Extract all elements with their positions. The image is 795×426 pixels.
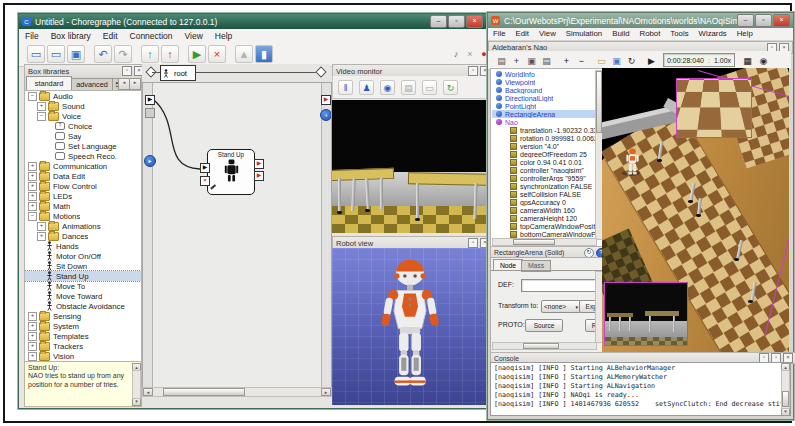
- open-file-icon[interactable]: ▭: [47, 45, 65, 63]
- copy-icon[interactable]: ▣: [524, 53, 539, 68]
- tree-item-math[interactable]: +Math: [25, 201, 141, 211]
- scene-node-color[interactable]: color 0.94 0.41 0.01: [492, 158, 595, 166]
- warning-icon[interactable]: ▲: [235, 45, 253, 63]
- new-file-icon[interactable]: ▭: [27, 45, 45, 63]
- collapse-icon[interactable]: −: [28, 212, 37, 221]
- menu-wizards[interactable]: Wizards: [694, 28, 732, 40]
- standup-input-port[interactable]: ▶: [200, 163, 210, 173]
- menu-file[interactable]: File: [19, 30, 45, 42]
- scene-node-selfcollision[interactable]: selfCollision FALSE: [492, 190, 595, 198]
- menu-help[interactable]: Help: [209, 30, 238, 42]
- menu-edit[interactable]: Edit: [511, 28, 534, 40]
- expand-icon[interactable]: +: [28, 172, 37, 181]
- transform-to-select[interactable]: <none> ▾: [541, 300, 581, 313]
- collapse-icon[interactable]: −: [28, 92, 37, 101]
- scene-node-rectanglearena[interactable]: RectangleArena: [492, 110, 595, 118]
- canvas-input-port-2[interactable]: [145, 108, 155, 118]
- scene-node-topcamerawindowposition[interactable]: topCameraWindowPosition: [492, 222, 595, 230]
- scene-node-worldinfo[interactable]: WorldInfo: [492, 70, 595, 78]
- tree-item-sound[interactable]: +Sound: [25, 101, 141, 111]
- choregraphe-titlebar[interactable]: C Untitled - Choregraphe (Connected to 1…: [19, 14, 486, 29]
- revert-icon[interactable]: ↻: [624, 53, 639, 68]
- tree-item-templates[interactable]: +Templates: [25, 331, 141, 341]
- snapshot-icon[interactable]: ▤: [401, 80, 416, 95]
- step-icon[interactable]: ▶: [644, 53, 659, 68]
- tree-item-leds[interactable]: +LEDs: [25, 191, 141, 201]
- menu-connection[interactable]: Connection: [124, 30, 179, 42]
- scene-node-pointlight[interactable]: PointLight: [492, 102, 595, 110]
- menu-file[interactable]: File: [488, 28, 511, 40]
- menu-box-library[interactable]: Box library: [45, 30, 97, 42]
- tree-item-obstacle-avoidance[interactable]: Obstacle Avoidance: [25, 301, 141, 311]
- save-world-icon[interactable]: ▣: [609, 53, 624, 68]
- tree-item-sensing[interactable]: +Sensing: [25, 311, 141, 321]
- webots-3d-view[interactable]: [602, 68, 789, 352]
- expand-icon[interactable]: +: [28, 352, 37, 361]
- nao-robot-in-scene[interactable]: [624, 148, 641, 180]
- scene-node-synchronization[interactable]: synchronization FALSE: [492, 182, 595, 190]
- scene-tree-hscrollbar[interactable]: [492, 238, 597, 246]
- movie-icon[interactable]: ▦: [740, 53, 755, 68]
- stop-icon[interactable]: ×: [208, 45, 226, 63]
- tree-item-speech-reco[interactable]: Speech Reco.: [25, 151, 141, 161]
- menu-help[interactable]: Help: [732, 28, 758, 40]
- tree-item-communication[interactable]: +Communication: [25, 161, 141, 171]
- scene-node-controller[interactable]: controller "naoqisim": [492, 166, 595, 174]
- walk-monitor-icon[interactable]: ♟: [359, 80, 374, 95]
- tree-item-move-toward[interactable]: Move Toward: [25, 291, 141, 301]
- menu-robot[interactable]: Robot: [635, 28, 666, 40]
- description-scrollbar[interactable]: [132, 370, 141, 399]
- tree-item-stand-up[interactable]: Stand Up: [25, 271, 141, 281]
- standup-output-port-1[interactable]: ▶: [254, 159, 264, 169]
- panel-float-icon[interactable]: ▫: [468, 238, 478, 248]
- expand-icon[interactable]: +: [28, 162, 37, 171]
- undo-icon[interactable]: ↶: [94, 45, 112, 63]
- collapse-icon[interactable]: −: [37, 112, 46, 121]
- node-editor-hscrollbar[interactable]: [492, 342, 597, 350]
- webots-maximize-button[interactable]: ▫: [755, 14, 772, 27]
- tree-item-move-to[interactable]: Move To: [25, 281, 141, 291]
- menu-tools[interactable]: Tools: [665, 28, 693, 40]
- expand-icon[interactable]: +: [28, 202, 37, 211]
- open-world-icon[interactable]: ▭: [594, 53, 609, 68]
- webots-titlebar[interactable]: W C:\OurWebotsPrj\Experimental\NAOmotion…: [488, 13, 793, 28]
- scene-node-directionallight[interactable]: DirectionalLight: [492, 94, 595, 102]
- console-output[interactable]: [naoqisim] [INFO ] Starting ALBehaviorMa…: [490, 362, 791, 416]
- proto-source-button[interactable]: Source: [525, 319, 563, 332]
- expand-icon[interactable]: +: [28, 192, 37, 201]
- tree-item-motions[interactable]: −Motions: [25, 211, 141, 221]
- def-input[interactable]: [521, 279, 597, 292]
- paste-icon[interactable]: ▤: [539, 53, 554, 68]
- console-vscrollbar[interactable]: [781, 370, 790, 409]
- tree-item-animations[interactable]: +Animations: [25, 221, 141, 231]
- scene-node-controllerargs[interactable]: controllerArgs "9559": [492, 174, 595, 182]
- expand-icon[interactable]: +: [28, 182, 37, 191]
- menu-view[interactable]: View: [534, 28, 561, 40]
- panel-float-icon[interactable]: ▫: [468, 66, 478, 76]
- standup-box[interactable]: Stand Up: [207, 149, 255, 195]
- menu-edit[interactable]: Edit: [97, 30, 124, 42]
- tree-item-say[interactable]: Say: [25, 131, 141, 141]
- pause-icon[interactable]: ‖: [338, 80, 353, 95]
- scene-node-nao[interactable]: Nao: [492, 118, 595, 126]
- tab-scroll-right-icon[interactable]: ▸: [129, 78, 141, 90]
- choregraphe-close-button[interactable]: ×: [466, 15, 483, 28]
- expand-icon[interactable]: +: [37, 222, 46, 231]
- camera-switch-icon[interactable]: ◉: [380, 80, 395, 95]
- webots-close-button[interactable]: ×: [773, 14, 790, 27]
- standup-stop-port[interactable]: ×: [200, 176, 210, 186]
- tree-item-dances[interactable]: +Dances: [25, 231, 141, 241]
- canvas-output-plus[interactable]: ＋: [320, 109, 332, 121]
- tree-item-data-edit[interactable]: +Data Edit: [25, 171, 141, 181]
- play-icon[interactable]: ▶: [188, 45, 206, 63]
- expand-icon[interactable]: +: [37, 102, 46, 111]
- save-icon[interactable]: ▣: [67, 45, 85, 63]
- camera-icon[interactable]: ◉: [756, 53, 771, 68]
- tree-item-set-language[interactable]: Set Language: [25, 141, 141, 151]
- tree-item-audio[interactable]: −Audio: [25, 91, 141, 101]
- choregraphe-minimize-button[interactable]: –: [430, 15, 447, 28]
- choregraphe-maximize-button[interactable]: ▫: [448, 15, 465, 28]
- scene-node-gpsaccuracy[interactable]: gpsAccuracy 0: [492, 198, 595, 206]
- scene-node-translation[interactable]: translation -1.90232 0.3336 2.318: [492, 126, 595, 134]
- charge-icon[interactable]: ▮: [255, 45, 273, 63]
